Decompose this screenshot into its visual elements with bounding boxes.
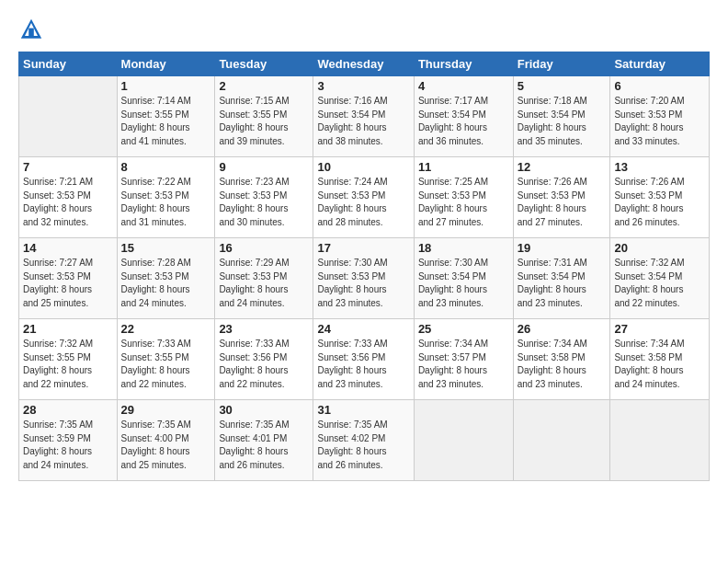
day-cell: 2Sunrise: 7:15 AM Sunset: 3:55 PM Daylig… [215,76,313,157]
day-number: 24 [317,322,409,336]
day-info: Sunrise: 7:34 AM Sunset: 3:57 PM Dayligh… [418,338,509,391]
day-of-week-monday: Monday [117,52,215,76]
day-cell: 21Sunrise: 7:32 AM Sunset: 3:55 PM Dayli… [19,319,118,400]
day-cell [513,400,610,481]
week-row-4: 21Sunrise: 7:32 AM Sunset: 3:55 PM Dayli… [19,319,710,400]
day-of-week-wednesday: Wednesday [313,52,414,76]
day-number: 1 [121,79,211,93]
day-number: 12 [518,160,607,174]
day-number: 17 [317,241,409,255]
day-number: 30 [219,403,309,417]
day-info: Sunrise: 7:35 AM Sunset: 4:02 PM Dayligh… [317,419,409,472]
day-number: 18 [418,241,509,255]
week-row-2: 7Sunrise: 7:21 AM Sunset: 3:53 PM Daylig… [19,157,710,238]
day-cell: 18Sunrise: 7:30 AM Sunset: 3:54 PM Dayli… [414,238,513,319]
day-number: 11 [418,160,509,174]
day-of-week-thursday: Thursday [414,52,513,76]
day-cell: 15Sunrise: 7:28 AM Sunset: 3:53 PM Dayli… [117,238,215,319]
day-info: Sunrise: 7:27 AM Sunset: 3:53 PM Dayligh… [23,257,113,310]
day-number: 14 [23,241,113,255]
day-info: Sunrise: 7:35 AM Sunset: 4:01 PM Dayligh… [219,419,309,472]
day-info: Sunrise: 7:26 AM Sunset: 3:53 PM Dayligh… [518,176,607,229]
day-number: 31 [317,403,409,417]
day-cell: 12Sunrise: 7:26 AM Sunset: 3:53 PM Dayli… [513,157,610,238]
day-number: 23 [219,322,309,336]
day-cell: 14Sunrise: 7:27 AM Sunset: 3:53 PM Dayli… [19,238,118,319]
day-info: Sunrise: 7:33 AM Sunset: 3:56 PM Dayligh… [317,338,409,391]
day-info: Sunrise: 7:15 AM Sunset: 3:55 PM Dayligh… [219,95,309,148]
day-info: Sunrise: 7:25 AM Sunset: 3:53 PM Dayligh… [418,176,509,229]
day-number: 4 [418,79,509,93]
day-info: Sunrise: 7:35 AM Sunset: 3:59 PM Dayligh… [23,419,113,472]
day-cell: 22Sunrise: 7:33 AM Sunset: 3:55 PM Dayli… [117,319,215,400]
day-cell: 31Sunrise: 7:35 AM Sunset: 4:02 PM Dayli… [313,400,414,481]
day-cell: 25Sunrise: 7:34 AM Sunset: 3:57 PM Dayli… [414,319,513,400]
day-number: 9 [219,160,309,174]
logo [18,17,46,42]
day-number: 13 [614,160,705,174]
day-of-week-saturday: Saturday [610,52,710,76]
day-cell: 3Sunrise: 7:16 AM Sunset: 3:54 PM Daylig… [313,76,414,157]
day-info: Sunrise: 7:16 AM Sunset: 3:54 PM Dayligh… [317,95,409,148]
day-cell: 29Sunrise: 7:35 AM Sunset: 4:00 PM Dayli… [117,400,215,481]
day-number: 8 [121,160,211,174]
week-row-1: 1Sunrise: 7:14 AM Sunset: 3:55 PM Daylig… [19,76,710,157]
day-of-week-friday: Friday [513,52,610,76]
page: SundayMondayTuesdayWednesdayThursdayFrid… [0,0,728,563]
svg-rect-2 [28,29,34,36]
day-number: 19 [518,241,607,255]
day-info: Sunrise: 7:23 AM Sunset: 3:53 PM Dayligh… [219,176,309,229]
day-info: Sunrise: 7:30 AM Sunset: 3:54 PM Dayligh… [418,257,509,310]
day-cell: 13Sunrise: 7:26 AM Sunset: 3:53 PM Dayli… [610,157,710,238]
day-number: 16 [219,241,309,255]
calendar: SundayMondayTuesdayWednesdayThursdayFrid… [18,52,710,481]
day-number: 3 [317,79,409,93]
day-number: 21 [23,322,113,336]
day-cell: 9Sunrise: 7:23 AM Sunset: 3:53 PM Daylig… [215,157,313,238]
day-number: 2 [219,79,309,93]
logo-icon [18,17,44,42]
day-info: Sunrise: 7:35 AM Sunset: 4:00 PM Dayligh… [121,419,211,472]
day-cell [414,400,513,481]
day-number: 7 [23,160,113,174]
day-number: 25 [418,322,509,336]
day-cell: 4Sunrise: 7:17 AM Sunset: 3:54 PM Daylig… [414,76,513,157]
day-number: 6 [614,79,705,93]
day-of-week-sunday: Sunday [19,52,118,76]
day-info: Sunrise: 7:30 AM Sunset: 3:53 PM Dayligh… [317,257,409,310]
days-header-row: SundayMondayTuesdayWednesdayThursdayFrid… [19,52,710,76]
day-cell: 26Sunrise: 7:34 AM Sunset: 3:58 PM Dayli… [513,319,610,400]
day-cell: 19Sunrise: 7:31 AM Sunset: 3:54 PM Dayli… [513,238,610,319]
week-row-3: 14Sunrise: 7:27 AM Sunset: 3:53 PM Dayli… [19,238,710,319]
day-number: 5 [518,79,607,93]
day-cell: 20Sunrise: 7:32 AM Sunset: 3:54 PM Dayli… [610,238,710,319]
week-row-5: 28Sunrise: 7:35 AM Sunset: 3:59 PM Dayli… [19,400,710,481]
day-cell: 23Sunrise: 7:33 AM Sunset: 3:56 PM Dayli… [215,319,313,400]
day-number: 26 [518,322,607,336]
day-number: 15 [121,241,211,255]
day-cell: 17Sunrise: 7:30 AM Sunset: 3:53 PM Dayli… [313,238,414,319]
day-info: Sunrise: 7:28 AM Sunset: 3:53 PM Dayligh… [121,257,211,310]
day-cell: 10Sunrise: 7:24 AM Sunset: 3:53 PM Dayli… [313,157,414,238]
day-info: Sunrise: 7:32 AM Sunset: 3:55 PM Dayligh… [23,338,113,391]
day-number: 29 [121,403,211,417]
day-info: Sunrise: 7:22 AM Sunset: 3:53 PM Dayligh… [121,176,211,229]
day-cell: 28Sunrise: 7:35 AM Sunset: 3:59 PM Dayli… [19,400,118,481]
day-info: Sunrise: 7:24 AM Sunset: 3:53 PM Dayligh… [317,176,409,229]
day-cell: 1Sunrise: 7:14 AM Sunset: 3:55 PM Daylig… [117,76,215,157]
day-cell: 5Sunrise: 7:18 AM Sunset: 3:54 PM Daylig… [513,76,610,157]
day-info: Sunrise: 7:31 AM Sunset: 3:54 PM Dayligh… [518,257,607,310]
day-number: 10 [317,160,409,174]
calendar-header: SundayMondayTuesdayWednesdayThursdayFrid… [19,52,710,76]
day-info: Sunrise: 7:20 AM Sunset: 3:53 PM Dayligh… [614,95,705,148]
day-cell: 24Sunrise: 7:33 AM Sunset: 3:56 PM Dayli… [313,319,414,400]
header [18,17,710,42]
day-cell: 8Sunrise: 7:22 AM Sunset: 3:53 PM Daylig… [117,157,215,238]
day-cell [610,400,710,481]
day-cell: 16Sunrise: 7:29 AM Sunset: 3:53 PM Dayli… [215,238,313,319]
day-number: 28 [23,403,113,417]
day-info: Sunrise: 7:21 AM Sunset: 3:53 PM Dayligh… [23,176,113,229]
day-number: 20 [614,241,705,255]
day-info: Sunrise: 7:14 AM Sunset: 3:55 PM Dayligh… [121,95,211,148]
day-info: Sunrise: 7:29 AM Sunset: 3:53 PM Dayligh… [219,257,309,310]
